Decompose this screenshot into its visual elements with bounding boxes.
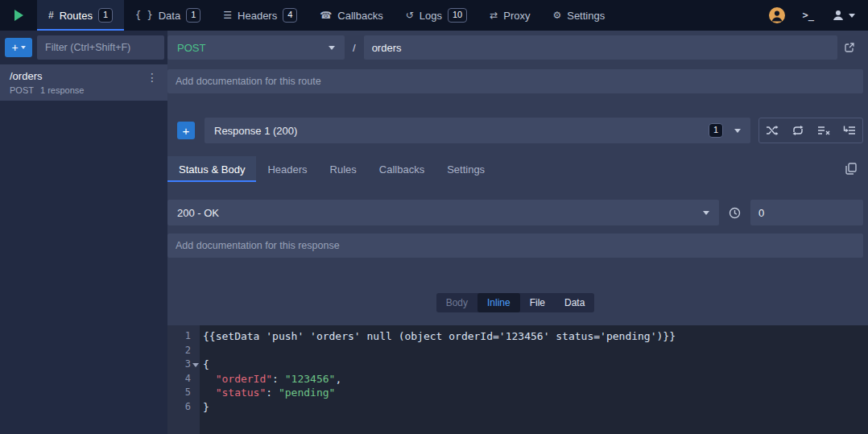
response-mode-group bbox=[758, 118, 863, 143]
proxy-icon: ⇄ bbox=[490, 10, 498, 21]
repeat-icon bbox=[792, 125, 804, 136]
routes-count-badge: 1 bbox=[98, 8, 113, 23]
tab-response-callbacks[interactable]: Callbacks bbox=[368, 156, 436, 182]
tab-logs[interactable]: ↺ Logs 10 bbox=[395, 0, 479, 31]
data-icon: { } bbox=[135, 10, 153, 21]
tab-data-label: Data bbox=[159, 10, 180, 22]
code-text: } bbox=[203, 401, 209, 413]
fallback-icon bbox=[843, 125, 856, 136]
tab-routes[interactable]: # Routes 1 bbox=[37, 0, 124, 31]
shuffle-icon bbox=[766, 125, 779, 136]
code-text bbox=[203, 373, 216, 385]
tab-logs-label: Logs bbox=[420, 10, 442, 22]
random-response-button[interactable] bbox=[759, 118, 785, 143]
copy-icon bbox=[845, 163, 857, 175]
route-menu-button[interactable]: ⋮ bbox=[143, 70, 161, 85]
tab-rules[interactable]: Rules bbox=[319, 156, 368, 182]
editor-line: 4 "orderId": "123456", bbox=[167, 372, 868, 386]
command-palette-button[interactable]: >_ bbox=[803, 10, 814, 21]
body-mode-inline[interactable]: Inline bbox=[477, 293, 520, 312]
topbar-right: >_ bbox=[769, 0, 868, 31]
headers-icon: ☰ bbox=[223, 10, 232, 21]
response-body-editor[interactable]: 1 {{setData 'push' 'orders' null (object… bbox=[167, 325, 868, 434]
body-mode-toggle: Body Inline File Data bbox=[436, 293, 595, 312]
route-path-input[interactable] bbox=[364, 35, 837, 60]
json-key: "status" bbox=[216, 386, 267, 399]
sidebar-toolbar: + bbox=[0, 31, 167, 64]
response-title: Response 1 (200) bbox=[214, 125, 297, 137]
method-select[interactable]: POST bbox=[167, 35, 345, 60]
route-path: /orders bbox=[10, 70, 143, 82]
body-mode-wrap: Body Inline File Data bbox=[167, 293, 863, 312]
open-route-in-browser-button[interactable] bbox=[837, 35, 862, 60]
tab-proxy-label: Proxy bbox=[503, 10, 530, 22]
chevron-down-icon bbox=[734, 129, 741, 133]
status-code-select[interactable]: 200 - OK bbox=[167, 200, 719, 225]
code-text: { bbox=[203, 358, 209, 370]
routes-icon: # bbox=[48, 10, 54, 21]
settings-icon: ⚙ bbox=[552, 10, 561, 21]
tab-response-headers[interactable]: Headers bbox=[256, 156, 318, 182]
callbacks-icon: ☎ bbox=[320, 10, 332, 21]
tab-data[interactable]: { } Data 1 bbox=[124, 0, 212, 31]
editor-line: 6 } bbox=[167, 400, 868, 415]
response-documentation-input[interactable] bbox=[167, 234, 863, 258]
logs-count-badge: 10 bbox=[448, 8, 467, 23]
editor-line: 3 { bbox=[167, 358, 868, 372]
response-select[interactable]: Response 1 (200) 1 bbox=[205, 118, 750, 143]
status-code-value: 200 - OK bbox=[177, 207, 219, 219]
route-documentation-input[interactable] bbox=[167, 69, 863, 93]
fallback-mode-button[interactable] bbox=[837, 118, 862, 143]
json-key: "orderId" bbox=[216, 373, 272, 385]
logs-icon: ↺ bbox=[406, 10, 414, 21]
account-icon bbox=[832, 9, 845, 22]
body-mode-body[interactable]: Body bbox=[436, 293, 477, 312]
copy-response-button[interactable] bbox=[839, 156, 863, 180]
add-response-button[interactable]: + bbox=[177, 122, 195, 139]
add-route-button[interactable]: + bbox=[5, 38, 32, 57]
code-text: , bbox=[335, 373, 341, 385]
response-count-badge: 1 bbox=[709, 123, 723, 138]
start-server-button[interactable] bbox=[0, 0, 37, 31]
sequential-response-button[interactable] bbox=[785, 118, 811, 143]
chevron-down-icon bbox=[703, 211, 709, 215]
disable-rules-button[interactable] bbox=[811, 118, 837, 143]
terminal-icon: >_ bbox=[803, 10, 814, 21]
user-avatar[interactable] bbox=[769, 7, 785, 23]
code-text: : bbox=[266, 386, 279, 399]
response-row: + Response 1 (200) 1 bbox=[167, 118, 863, 143]
code-text: {{setData 'push' 'orders' null (object o… bbox=[203, 330, 676, 342]
json-string: "123456" bbox=[285, 373, 336, 385]
line-number: 6 bbox=[167, 400, 200, 415]
tab-response-settings[interactable]: Settings bbox=[436, 156, 496, 182]
body-mode-data[interactable]: Data bbox=[555, 293, 594, 312]
chevron-down-icon bbox=[849, 14, 855, 18]
path-separator: / bbox=[353, 42, 356, 54]
route-response-count: 1 response bbox=[40, 85, 84, 95]
route-panel: + Response 1 (200) 1 bbox=[167, 64, 868, 434]
line-number: 2 bbox=[167, 344, 200, 358]
editor-line: 2 bbox=[167, 344, 868, 358]
tab-settings[interactable]: ⚙ Settings bbox=[541, 0, 616, 31]
account-menu-button[interactable] bbox=[832, 9, 855, 22]
tab-proxy[interactable]: ⇄ Proxy bbox=[478, 0, 541, 31]
route-list-item[interactable]: /orders POST 1 response ⋮ bbox=[0, 64, 167, 101]
chevron-down-icon bbox=[329, 46, 335, 50]
latency-clock-button[interactable] bbox=[725, 200, 744, 225]
plus-icon: + bbox=[183, 125, 190, 137]
line-number-with-fold[interactable]: 3 bbox=[167, 358, 200, 372]
play-icon bbox=[14, 10, 23, 21]
tab-settings-label: Settings bbox=[567, 10, 605, 22]
line-number: 1 bbox=[167, 329, 200, 344]
body-row: /orders POST 1 response ⋮ + Response 1 (… bbox=[0, 64, 868, 434]
tab-headers-label: Headers bbox=[238, 10, 277, 22]
route-filter-input[interactable] bbox=[37, 35, 164, 60]
tab-headers[interactable]: ☰ Headers 4 bbox=[212, 0, 308, 31]
body-mode-file[interactable]: File bbox=[520, 293, 555, 312]
tab-callbacks[interactable]: ☎ Callbacks bbox=[308, 0, 394, 31]
tab-status-body[interactable]: Status & Body bbox=[167, 156, 256, 182]
chevron-down-icon bbox=[21, 46, 26, 49]
line-number: 5 bbox=[167, 386, 200, 400]
routes-sidebar: /orders POST 1 response ⋮ bbox=[0, 64, 167, 434]
latency-input[interactable] bbox=[750, 200, 863, 225]
